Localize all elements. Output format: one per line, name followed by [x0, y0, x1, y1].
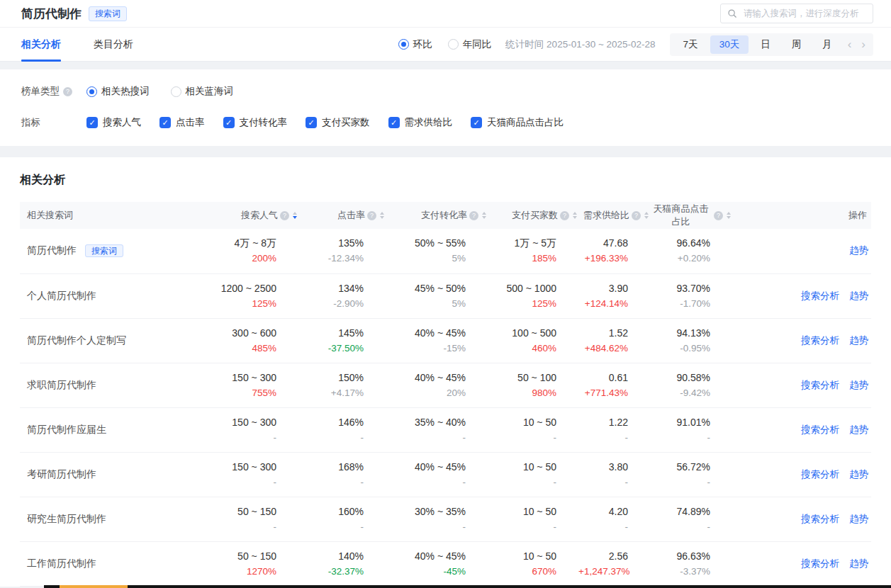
metric-value: 150%: [298, 371, 364, 385]
search-analysis-link[interactable]: 搜索分析: [801, 290, 839, 301]
actions-cell: 搜索分析趋势: [732, 541, 871, 586]
radio-icon: [171, 86, 181, 97]
filter-panel: 榜单类型 ? 相关热搜词相关蓝海词 指标 ✓搜索人气✓点击率✓支付转化率✓支付买…: [0, 69, 891, 146]
metric-cell-1: 134%-2.90%: [298, 273, 385, 318]
search-analysis-link[interactable]: 搜索分析: [801, 469, 839, 480]
rank-type-option-hot-words[interactable]: 相关热搜词: [86, 85, 150, 98]
period-button-week[interactable]: 周: [783, 35, 811, 54]
period-button-month[interactable]: 月: [813, 35, 841, 54]
metric-checkbox-4[interactable]: ✓需求供给比: [388, 116, 453, 129]
sort-icon[interactable]: [573, 212, 577, 219]
sort-icon[interactable]: [644, 212, 649, 219]
metric-checkbox-5[interactable]: ✓天猫商品点击占比: [471, 116, 564, 129]
tab-category-analysis[interactable]: 类目分析: [94, 28, 133, 61]
metric-cell-2: 40% ~ 45%-45%: [385, 541, 487, 586]
keyword-cell: 简历代制作应届生: [20, 407, 220, 452]
metric-cell-1: 160%-: [298, 497, 385, 541]
progress-segment: [60, 585, 128, 588]
column-header-metric-4[interactable]: 需求供给比?: [578, 202, 649, 229]
metric-label: 点击率: [176, 116, 205, 129]
tab-related-analysis[interactable]: 相关分析: [21, 28, 61, 61]
metric-value: 45% ~ 50%: [386, 281, 466, 296]
metric-change: -45%: [386, 564, 466, 579]
metric-value: 47.68: [578, 236, 628, 251]
metric-change: -: [220, 475, 276, 490]
metric-label: 搜索人气: [103, 116, 141, 129]
metric-cell-5: 91.01%-: [649, 407, 732, 452]
compare-option-chain-ratio[interactable]: 环比: [398, 38, 432, 51]
metric-cell-2: 35% ~ 40%-: [385, 407, 487, 452]
metric-value: 4万 ~ 8万: [220, 236, 276, 251]
sort-icon[interactable]: [293, 212, 297, 219]
metric-change: 200%: [220, 251, 276, 266]
metric-cell-2: 45% ~ 50%5%: [385, 273, 487, 318]
metric-value: 3.80: [578, 460, 628, 475]
checkbox-checked-icon: ✓: [223, 117, 235, 128]
metric-checkbox-2[interactable]: ✓支付转化率: [223, 116, 288, 129]
keyword-text: 简历代制作: [27, 244, 77, 256]
keyword-type-badge: 搜索词: [85, 244, 123, 257]
metric-cell-5: 94.13%-0.95%: [649, 318, 732, 363]
trend-link[interactable]: 趋势: [849, 558, 868, 569]
column-header-metric-0[interactable]: 搜索人气?: [220, 202, 298, 229]
search-input[interactable]: [742, 8, 866, 19]
metric-change: -2.90%: [298, 296, 364, 311]
trend-link[interactable]: 趋势: [849, 380, 868, 390]
metric-value: 10 ~ 50: [488, 504, 556, 519]
table-row: 简历代制作搜索词4万 ~ 8万200%135%-12.34%50% ~ 55%5…: [20, 229, 871, 273]
caret-up-icon: [380, 212, 384, 215]
trend-link[interactable]: 趋势: [849, 335, 868, 346]
column-header-metric-1[interactable]: 点击率?: [298, 202, 385, 229]
keyword-text: 工作简历代制作: [27, 558, 96, 569]
metric-change: 125%: [220, 296, 276, 311]
metric-change: -: [220, 519, 276, 534]
metric-cell-3: 10 ~ 50670%: [487, 541, 578, 586]
trend-link[interactable]: 趋势: [849, 469, 868, 480]
search-analysis-link[interactable]: 搜索分析: [801, 558, 839, 569]
column-header-metric-3[interactable]: 支付买家数?: [487, 202, 578, 229]
period-button-day[interactable]: 日: [751, 35, 780, 54]
metric-change: 5%: [386, 296, 466, 311]
metric-value: 145%: [298, 326, 364, 341]
caret-up-icon: [644, 212, 649, 215]
period-button-30d[interactable]: 30天: [710, 35, 749, 54]
search-analysis-link[interactable]: 搜索分析: [801, 424, 839, 435]
metric-checkbox-0[interactable]: ✓搜索人气: [86, 116, 141, 129]
table-row: 工作简历代制作50 ~ 1501270%140%-32.37%40% ~ 45%…: [20, 541, 871, 586]
period-button-7d[interactable]: 7天: [674, 35, 707, 54]
column-header-metric-5[interactable]: 天猫商品点击占比?: [649, 202, 732, 229]
column-header-metric-2[interactable]: 支付转化率?: [385, 202, 487, 229]
metric-checkbox-3[interactable]: ✓支付买家数: [306, 116, 370, 129]
metric-cell-2: 40% ~ 45%-15%: [385, 318, 487, 363]
prev-arrow-icon[interactable]: ‹: [844, 38, 856, 50]
search-analysis-link[interactable]: 搜索分析: [801, 514, 839, 524]
metric-cell-3: 50 ~ 100980%: [487, 363, 578, 407]
keyword-cell: 个人简历代制作: [20, 273, 220, 318]
compare-option-year-on-year[interactable]: 年同比: [448, 38, 492, 51]
compare-toggle-group: 环比年同比: [398, 38, 492, 51]
sort-icon[interactable]: [482, 212, 486, 219]
keyword-text: 考研简历代制作: [27, 468, 96, 480]
search-analysis-link[interactable]: 搜索分析: [801, 335, 839, 346]
metric-cell-3: 10 ~ 50-: [487, 452, 578, 497]
trend-link[interactable]: 趋势: [849, 290, 868, 301]
search-analysis-link[interactable]: 搜索分析: [801, 380, 839, 390]
rank-type-option-blue-ocean-words[interactable]: 相关蓝海词: [171, 85, 234, 98]
metric-change: 125%: [488, 296, 556, 311]
caret-up-icon: [727, 212, 731, 215]
compare-option-label: 环比: [413, 38, 432, 51]
next-arrow-icon[interactable]: ›: [858, 38, 869, 50]
metric-checkbox-1[interactable]: ✓点击率: [159, 116, 205, 129]
metric-change: -: [578, 519, 628, 534]
metric-cell-1: 135%-12.34%: [298, 229, 385, 273]
stat-time-range: 统计时间 2025-01-30 ~ 2025-02-28: [505, 38, 655, 51]
trend-link[interactable]: 趋势: [849, 424, 868, 435]
search-box[interactable]: [720, 4, 873, 23]
metric-value: 500 ~ 1000: [488, 281, 556, 296]
metric-cell-1: 146%-: [298, 407, 385, 452]
sort-icon[interactable]: [380, 212, 384, 219]
actions-cell: 搜索分析趋势: [732, 363, 871, 407]
sort-icon[interactable]: [727, 212, 731, 219]
trend-link[interactable]: 趋势: [849, 245, 868, 256]
trend-link[interactable]: 趋势: [849, 514, 868, 524]
